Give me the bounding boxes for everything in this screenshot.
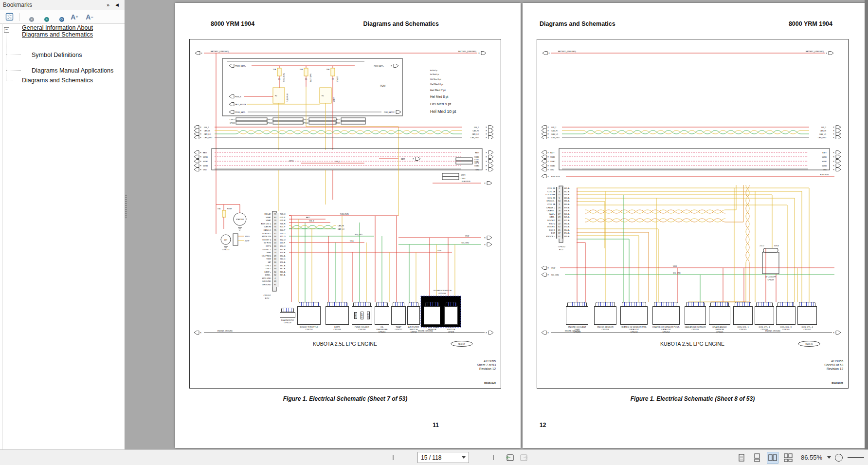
svg-text:IGN_2: IGN_2	[204, 127, 209, 129]
bookmark-item-diagrams-and-schematics[interactable]: Diagrams and Schematics	[13, 77, 93, 85]
ecu-pin-row: GROUND 81	[254, 283, 292, 287]
last-page-button[interactable]	[487, 452, 497, 463]
two-page-scroll-view-button[interactable]	[782, 452, 794, 464]
battery-label-right: BATTERY_(UNFUSED)	[458, 51, 476, 53]
bookmark-item-label[interactable]: Diagrams Manual Applications	[32, 67, 113, 74]
bookmark-options-icon[interactable]	[4, 12, 15, 22]
bookmarks-toolbar: × + ⟳ A+ A−	[0, 10, 125, 24]
svg-text:VSW: VSW	[437, 250, 442, 252]
svg-text:BATT: BATT	[550, 152, 555, 154]
svg-text:Hel Med 6 pt: Hel Med 6 pt	[430, 83, 444, 86]
ecu-pin-row: COIL 1A 1 660-A	[541, 203, 577, 206]
tree-guide-line	[6, 32, 6, 80]
svg-text:VSW: VSW	[673, 265, 677, 267]
ecu-pin-row: FPP1 53 370-O	[254, 245, 292, 248]
lpg-options-label: LPG SENSOR/SWITCH	[433, 290, 452, 292]
document-scrollbar[interactable]	[865, 0, 868, 450]
component-crank-angle-sensor: CRANK ANGLE SENSOR CPS225	[709, 302, 730, 333]
ecu-pin-row: RELAY 73 758-O	[254, 213, 292, 216]
page-header-left: Diagrams and Schematics	[540, 20, 615, 27]
starter-circuit: STARTER 75A FUSE	[216, 205, 246, 230]
increase-text-size-icon[interactable]: A+	[69, 12, 80, 22]
ecu-pin-row: 5V RTN 20 116-R	[254, 242, 292, 245]
svg-text:CAN_HI: CAN_HI	[472, 130, 479, 132]
svg-text:CAN_GRD: CAN_GRD	[204, 137, 213, 139]
continuous-scroll-view-button[interactable]	[751, 452, 763, 464]
svg-text:4119055: 4119055	[831, 359, 843, 363]
zoom-out-icon[interactable]	[835, 454, 843, 462]
new-bookmark-icon[interactable]: +	[39, 12, 50, 22]
delete-bookmark-icon[interactable]: ×	[24, 12, 35, 22]
svg-text:IGN_2: IGN_2	[821, 127, 826, 129]
page-dropdown-caret-icon[interactable]	[462, 456, 466, 459]
document-page-right: Diagrams and Schematics 8000 YRM 1904 BA…	[523, 3, 868, 448]
svg-text:CRP16: CRP16	[267, 119, 272, 121]
svg-text:BATT: BATT	[475, 152, 480, 154]
keyswitch-bus-section: BATT SWB1 SWB2 SWB3 GRD BATT SWB1 SWB2 S…	[542, 149, 841, 171]
panel-collapse-icon[interactable]: ◀	[112, 2, 122, 7]
svg-text:ENGINE_GROUND: ENGINE_GROUND	[217, 330, 233, 332]
page-number-box	[417, 452, 469, 463]
component-tmap: TMAP CPS212	[391, 302, 406, 331]
ecu-pin-row: OIL PRES 29 380-A	[254, 255, 292, 258]
bookmark-item-diagrams-manual-applications[interactable]: Diagrams Manual Applications	[22, 67, 113, 75]
page-header-right: Diagrams and Schematics	[363, 20, 439, 27]
page-number-input[interactable]	[418, 454, 461, 462]
svg-text:CPS15: CPS15	[230, 122, 235, 124]
component-oil-pressure: OIL PRESSURE CPS261	[375, 302, 389, 333]
zoom-dropdown-caret-icon[interactable]	[827, 456, 831, 459]
signal-wires: FUEL/RUN BATT IGN_3 CAN_HI CAN_LO SIG_GR…	[289, 213, 492, 252]
bookmark-item-general-information[interactable]: General Information About Diagrams and S…	[13, 24, 115, 38]
ecu-pin-row: AUX DIG 1 49 758-R	[254, 223, 292, 226]
svg-text:F3: F3	[278, 78, 280, 80]
svg-text:FUEL/RUN: FUEL/RUN	[820, 174, 829, 176]
page-tag: PAGE 2G	[805, 343, 813, 345]
component-air-filter-switch: AIR FILTER SWITCH CRP68	[407, 302, 420, 333]
panel-overflow-icon[interactable]: »	[104, 2, 112, 8]
zoom-slider[interactable]	[848, 457, 864, 458]
battery-label-left: BATTERY_(UNFUSED)	[558, 51, 576, 53]
ecu-pin-row: IAT 30 376-A	[254, 261, 292, 264]
pdm-batt-minus-left: PDM_BATT-	[236, 112, 246, 113]
two-page-view-button[interactable]	[767, 452, 778, 464]
svg-text:BATT: BATT	[822, 152, 827, 154]
ecu-pin-row: LOCKOFF 77 649-A	[541, 193, 577, 197]
can-bus-section: IGN_2 CAN_HI CAN_LO CAN_GRD IGN_2 CAN_HI…	[194, 126, 493, 139]
svg-text:SWB3: SWB3	[550, 165, 555, 167]
previous-view-button[interactable]	[505, 452, 515, 463]
bookmark-item-label[interactable]: Symbol Definitions	[32, 52, 82, 58]
ecu-pin-row: TPS 2 49 382-A	[254, 267, 292, 271]
pdm-alt-excite: ALT_EXCITE	[236, 104, 246, 106]
expand-collapse-toggle[interactable]: −	[4, 27, 9, 33]
page-header-left: 8000 YRM 1904	[211, 20, 254, 27]
zoom-level-label: 86.55%	[801, 454, 822, 461]
ecu-pin-row: COIL 2B 5 663-A	[541, 197, 577, 200]
goto-bookmark-icon[interactable]: ⟳	[54, 12, 65, 22]
schematic-title: KUBOTA 2.5L LPG ENGINE	[660, 341, 724, 347]
font-size-samples: Hel Med 3 pt Hel Med 4 pt Hel Med 5 pt H…	[430, 70, 456, 114]
ecu-pin-row: COIL 2A 3 662-A	[541, 190, 577, 194]
ecu-pin-row: CAM + 27 306-A	[541, 213, 577, 216]
bookmark-item-label[interactable]: General Information About Diagrams and S…	[22, 24, 109, 38]
component-depr: DEPR CPS268	[326, 302, 349, 331]
svg-text:SIG_GRD: SIG_GRD	[355, 234, 362, 236]
ecu-pin-row: VBAT 80 005-P	[254, 216, 292, 220]
svg-text:IGN_2: IGN_2	[551, 127, 556, 129]
component-engine-coolant-temp: ENGINE COOLANT TEMP CPS209	[566, 302, 588, 333]
previous-page-button[interactable]	[403, 452, 414, 463]
svg-text:IGN_2: IGN_2	[474, 127, 479, 129]
svg-text:Hel Med 10 pt: Hel Med 10 pt	[430, 109, 456, 114]
bookmark-item-label[interactable]: Diagrams and Schematics	[22, 77, 93, 84]
ecu-pin-row: COIL 1B 2 661-A	[541, 187, 577, 190]
next-page-button[interactable]	[472, 452, 483, 463]
decrease-text-size-icon[interactable]: A−	[84, 12, 95, 22]
first-page-button[interactable]	[389, 452, 400, 463]
pdm-label: PDM	[380, 84, 385, 87]
bookmark-item-symbol-definitions[interactable]: Symbol Definitions	[22, 52, 82, 59]
svg-text:CAN_LO: CAN_LO	[472, 133, 479, 135]
single-page-view-button[interactable]	[736, 452, 747, 464]
panel-resize-grip[interactable]	[125, 195, 128, 218]
svg-text:Hel Med 8 pt: Hel Med 8 pt	[430, 95, 449, 99]
next-view-button[interactable]	[519, 452, 529, 463]
wire-drops	[279, 150, 455, 302]
